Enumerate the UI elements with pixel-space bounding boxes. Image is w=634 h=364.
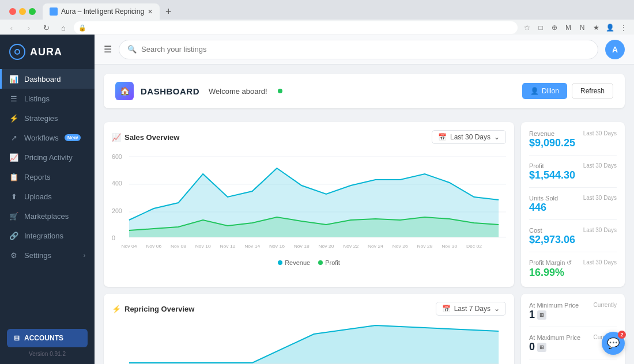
- chart-icon: 📈: [112, 133, 121, 142]
- svg-text:Nov 22: Nov 22: [343, 244, 358, 249]
- chart-legend: Revenue Profit: [112, 259, 506, 266]
- listings-icon: ☰: [9, 94, 18, 103]
- sidebar-item-uploads[interactable]: ⬆ Uploads: [0, 187, 95, 206]
- chat-bubble[interactable]: 💬 2: [602, 332, 625, 355]
- at-min-price-stat: At Minimum Price Currently 1 ⊞: [529, 302, 617, 327]
- sales-chart-header: 📈 Sales Overview 📅 Last 30 Days ⌄: [112, 130, 506, 144]
- logo-text: AURA: [30, 46, 62, 58]
- sidebar-item-listings[interactable]: ☰ Listings: [0, 89, 95, 108]
- sidebar-item-label: Reports: [24, 173, 51, 181]
- forward-btn[interactable]: ›: [22, 21, 36, 35]
- sidebar-item-workflows[interactable]: ↗ Workflows New: [0, 128, 95, 147]
- repricing-date-picker[interactable]: 📅 Last 7 Days ⌄: [436, 302, 506, 316]
- main-content: 🏠 DASHBOARD Welcome aboard! 👤 Dillon Ref…: [95, 65, 634, 364]
- new-tab-btn[interactable]: +: [162, 6, 175, 18]
- sales-chart-area: 600 400 200 0: [112, 151, 506, 255]
- calendar-icon: 📅: [438, 133, 447, 141]
- ext-icon1[interactable]: ⊕: [549, 22, 560, 33]
- settings-icon: ⚙: [9, 251, 18, 260]
- hamburger-icon[interactable]: ☰: [104, 44, 112, 55]
- margin-stat: Profit Margin ↺ Last 30 Days 16.99%: [529, 259, 617, 279]
- ext-icon3[interactable]: N: [576, 22, 588, 33]
- svg-text:Nov 24: Nov 24: [368, 244, 383, 249]
- active-tab[interactable]: Aura – Intelligent Repricing ✕: [43, 3, 160, 20]
- search-icon: 🔍: [127, 45, 137, 54]
- svg-text:Nov 28: Nov 28: [417, 244, 432, 249]
- repricing-chart-panel: ⚡ Repricing Overview 📅 Last 7 Days ⌄: [104, 294, 514, 364]
- revenue-label: Revenue Last 30 Days: [529, 130, 617, 137]
- workflows-icon: ↗: [9, 133, 18, 142]
- browser-toolbar: ‹ › ↻ ⌂ 🔒 ☆ □ ⊕ M N ★ 👤 ⋮: [0, 20, 634, 36]
- strategies-icon: ⚡: [9, 113, 18, 123]
- repricing-calendar-icon: 📅: [442, 305, 451, 313]
- search-bar[interactable]: 🔍: [119, 40, 598, 59]
- min-price-badge: ⊞: [537, 310, 546, 320]
- settings-chevron-icon: ›: [84, 252, 85, 259]
- profit-label: Profit Last 30 Days: [529, 162, 617, 169]
- units-value: 446: [529, 202, 617, 214]
- svg-text:Nov 26: Nov 26: [393, 244, 408, 249]
- traffic-lights: [7, 8, 38, 15]
- search-input[interactable]: [141, 45, 590, 54]
- new-badge: New: [65, 134, 81, 141]
- sales-overview-panel: 📈 Sales Overview 📅 Last 30 Days ⌄ 600: [104, 122, 514, 287]
- user-button[interactable]: 👤 Dillon: [522, 83, 567, 99]
- close-traffic-light[interactable]: [9, 8, 16, 15]
- fullscreen-traffic-light[interactable]: [29, 8, 36, 15]
- back-btn[interactable]: ‹: [5, 21, 18, 35]
- accounts-button[interactable]: ⊟ ACCOUNTS: [7, 329, 88, 347]
- sidebar-item-pricing-activity[interactable]: 📈 Pricing Activity: [0, 147, 95, 167]
- svg-text:Nov 30: Nov 30: [441, 244, 457, 249]
- svg-text:400: 400: [112, 180, 122, 187]
- svg-text:Nov 18: Nov 18: [294, 244, 310, 249]
- dashboard-badge-icon: 🏠: [115, 82, 134, 100]
- dashboard-title: DASHBOARD: [141, 86, 199, 96]
- ext-icon4[interactable]: ★: [590, 22, 602, 33]
- margin-value: 16.99%: [529, 267, 617, 279]
- repricing-icon: ⚡: [112, 305, 121, 313]
- aura-btn[interactable]: A: [605, 40, 625, 59]
- svg-text:Nov 16: Nov 16: [269, 244, 285, 249]
- revenue-legend: Revenue: [278, 259, 310, 266]
- sidebar-item-dashboard[interactable]: 📊 Dashboard: [0, 69, 95, 89]
- repricing-chart-area: 600 400: [112, 323, 506, 364]
- tab-close-btn[interactable]: ✕: [148, 8, 153, 16]
- home-btn[interactable]: ⌂: [56, 21, 70, 35]
- sales-chart-title: 📈 Sales Overview: [112, 133, 179, 142]
- profit-legend: Profit: [318, 259, 340, 266]
- sidebar-item-reports[interactable]: 📋 Reports: [0, 167, 95, 187]
- star-icon[interactable]: ☆: [521, 22, 533, 33]
- sidebar-item-label: Workflows: [24, 134, 59, 142]
- sidebar-item-label: Pricing Activity: [24, 153, 73, 162]
- ext-icon2[interactable]: M: [563, 22, 574, 33]
- svg-text:Nov 08: Nov 08: [171, 244, 186, 249]
- revenue-stat: Revenue Last 30 Days $9,090.25: [529, 130, 617, 156]
- tab-title: Aura – Intelligent Repricing: [61, 7, 144, 16]
- margin-label: Profit Margin ↺ Last 30 Days: [529, 259, 617, 267]
- sidebar-item-strategies[interactable]: ⚡ Strategies: [0, 108, 95, 128]
- screenshot-icon[interactable]: □: [535, 22, 546, 33]
- browser-toolbar-icons: ☆ □ ⊕ M N ★ 👤 ⋮: [521, 22, 629, 33]
- svg-text:Nov 12: Nov 12: [220, 244, 235, 249]
- menu-icon[interactable]: ⋮: [618, 22, 629, 33]
- sidebar-item-integrations[interactable]: 🔗 Integrations: [0, 226, 95, 245]
- repricing-chart-header: ⚡ Repricing Overview 📅 Last 7 Days ⌄: [112, 302, 506, 316]
- sidebar-item-settings[interactable]: ⚙ Settings ›: [0, 245, 95, 265]
- sidebar-logo: AURA: [0, 35, 95, 67]
- reload-btn[interactable]: ↻: [39, 21, 53, 35]
- cost-stat: Cost Last 30 Days $2,973.06: [529, 227, 617, 252]
- refresh-button[interactable]: Refresh: [572, 83, 613, 99]
- repricing-overview-row: ⚡ Repricing Overview 📅 Last 7 Days ⌄: [104, 294, 625, 364]
- dashboard-icon: 📊: [9, 74, 18, 84]
- user-icon: 👤: [530, 87, 539, 95]
- address-bar[interactable]: 🔒: [74, 21, 518, 34]
- sidebar: AURA 📊 Dashboard ☰ Listings ⚡ Strategies…: [0, 35, 95, 364]
- svg-text:Nov 10: Nov 10: [195, 244, 211, 249]
- sidebar-bottom: ⊟ ACCOUNTS Version 0.91.2: [0, 322, 95, 364]
- minimize-traffic-light[interactable]: [19, 8, 26, 15]
- sidebar-item-marketplaces[interactable]: 🛒 Marketplaces: [0, 206, 95, 226]
- pricing-activity-icon: 📈: [9, 153, 18, 162]
- profile-icon[interactable]: 👤: [604, 22, 616, 33]
- sales-date-picker[interactable]: 📅 Last 30 Days ⌄: [432, 130, 506, 144]
- units-label: Units Sold Last 30 Days: [529, 195, 617, 202]
